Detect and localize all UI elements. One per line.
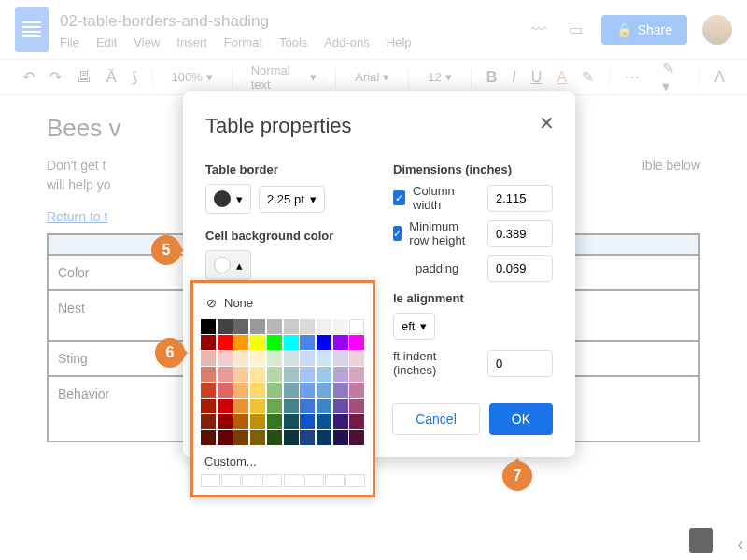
row-height-checkbox[interactable]: ✓ xyxy=(393,226,402,241)
color-swatch[interactable] xyxy=(233,414,248,429)
color-swatch[interactable] xyxy=(333,367,348,382)
color-swatch[interactable] xyxy=(284,399,299,413)
color-swatch[interactable] xyxy=(300,399,315,413)
column-width-input[interactable] xyxy=(487,185,553,212)
color-swatch[interactable] xyxy=(317,399,331,413)
color-swatch[interactable] xyxy=(250,335,265,350)
color-swatch[interactable] xyxy=(233,351,248,366)
color-swatch[interactable] xyxy=(284,430,299,445)
color-swatch[interactable] xyxy=(300,430,315,445)
color-swatch[interactable] xyxy=(300,319,315,334)
color-swatch[interactable] xyxy=(233,367,248,382)
alignment-dropdown[interactable]: eft ▾ xyxy=(393,313,435,340)
color-swatch[interactable] xyxy=(349,383,364,398)
scroll-left-icon[interactable]: ‹ xyxy=(738,535,743,554)
color-swatch[interactable] xyxy=(333,430,348,445)
color-swatch[interactable] xyxy=(333,399,348,413)
color-swatch[interactable] xyxy=(300,335,315,350)
color-swatch[interactable] xyxy=(317,383,331,398)
color-swatch[interactable] xyxy=(201,430,216,445)
color-swatch[interactable] xyxy=(349,367,364,382)
color-swatch[interactable] xyxy=(233,319,248,334)
cell-bg-dropdown[interactable]: ▴ xyxy=(205,250,251,280)
color-swatch[interactable] xyxy=(284,319,299,334)
color-swatch[interactable] xyxy=(201,414,216,429)
color-swatch[interactable] xyxy=(284,335,299,350)
annotation-7: 7 xyxy=(502,461,532,491)
color-swatch[interactable] xyxy=(250,351,265,366)
color-swatch[interactable] xyxy=(317,319,331,334)
color-swatch[interactable] xyxy=(218,414,233,429)
border-color-dropdown[interactable]: ▾ xyxy=(205,184,251,214)
color-swatch[interactable] xyxy=(333,319,348,334)
border-width-dropdown[interactable]: 2.25 pt ▾ xyxy=(259,186,325,213)
color-swatch[interactable] xyxy=(250,383,265,398)
color-swatch[interactable] xyxy=(267,319,282,334)
color-swatch[interactable] xyxy=(300,351,315,366)
color-swatch[interactable] xyxy=(201,383,216,398)
color-swatch[interactable] xyxy=(317,430,331,445)
color-swatch[interactable] xyxy=(317,335,331,350)
color-swatch[interactable] xyxy=(317,414,331,429)
color-swatch[interactable] xyxy=(300,383,315,398)
color-swatch[interactable] xyxy=(284,383,299,398)
color-swatch[interactable] xyxy=(218,335,233,350)
color-swatch[interactable] xyxy=(201,367,216,382)
color-swatch[interactable] xyxy=(284,367,299,382)
dimensions-label: Dimensions (inches) xyxy=(393,162,553,176)
color-swatch[interactable] xyxy=(218,351,233,366)
color-swatch[interactable] xyxy=(267,351,282,366)
color-swatch[interactable] xyxy=(284,351,299,366)
color-swatch[interactable] xyxy=(349,351,364,366)
indent-input[interactable] xyxy=(487,350,553,377)
color-swatch[interactable] xyxy=(267,430,282,445)
color-swatch[interactable] xyxy=(300,367,315,382)
color-swatch[interactable] xyxy=(333,383,348,398)
color-swatch[interactable] xyxy=(349,399,364,413)
color-swatch[interactable] xyxy=(218,367,233,382)
color-swatch[interactable] xyxy=(333,351,348,366)
color-swatch[interactable] xyxy=(349,319,364,334)
color-swatch[interactable] xyxy=(201,399,216,413)
cancel-button[interactable]: Cancel xyxy=(392,403,480,435)
color-swatch[interactable] xyxy=(233,399,248,413)
color-swatch[interactable] xyxy=(201,335,216,350)
color-swatch[interactable] xyxy=(250,399,265,413)
color-swatch[interactable] xyxy=(218,430,233,445)
color-swatch[interactable] xyxy=(233,430,248,445)
color-swatch[interactable] xyxy=(267,367,282,382)
color-swatch[interactable] xyxy=(201,319,216,334)
color-swatch[interactable] xyxy=(250,367,265,382)
color-swatch[interactable] xyxy=(233,383,248,398)
ok-button[interactable]: OK xyxy=(489,403,553,435)
padding-input[interactable] xyxy=(487,255,553,282)
column-width-checkbox[interactable]: ✓ xyxy=(393,190,405,205)
color-swatch[interactable] xyxy=(267,335,282,350)
color-swatch[interactable] xyxy=(333,414,348,429)
color-swatch[interactable] xyxy=(250,414,265,429)
annotation-6: 6 xyxy=(155,338,185,368)
color-swatch[interactable] xyxy=(267,399,282,413)
color-swatch[interactable] xyxy=(349,430,364,445)
color-swatch[interactable] xyxy=(349,414,364,429)
close-icon[interactable]: ✕ xyxy=(539,112,555,134)
color-swatch[interactable] xyxy=(267,414,282,429)
color-swatch[interactable] xyxy=(349,335,364,350)
row-height-input[interactable] xyxy=(487,220,553,247)
color-swatch[interactable] xyxy=(333,335,348,350)
explore-icon[interactable] xyxy=(689,528,713,553)
color-swatch[interactable] xyxy=(317,351,331,366)
color-swatch[interactable] xyxy=(284,414,299,429)
color-swatch[interactable] xyxy=(201,351,216,366)
color-swatch[interactable] xyxy=(317,367,331,382)
color-swatch[interactable] xyxy=(218,319,233,334)
color-swatch[interactable] xyxy=(233,335,248,350)
color-custom[interactable]: Custom... xyxy=(201,449,365,474)
color-swatch[interactable] xyxy=(218,383,233,398)
color-swatch[interactable] xyxy=(300,414,315,429)
color-swatch[interactable] xyxy=(267,383,282,398)
color-swatch[interactable] xyxy=(250,319,265,334)
color-swatch[interactable] xyxy=(218,399,233,413)
color-swatch[interactable] xyxy=(250,430,265,445)
color-none[interactable]: ⊘ None xyxy=(201,290,365,315)
